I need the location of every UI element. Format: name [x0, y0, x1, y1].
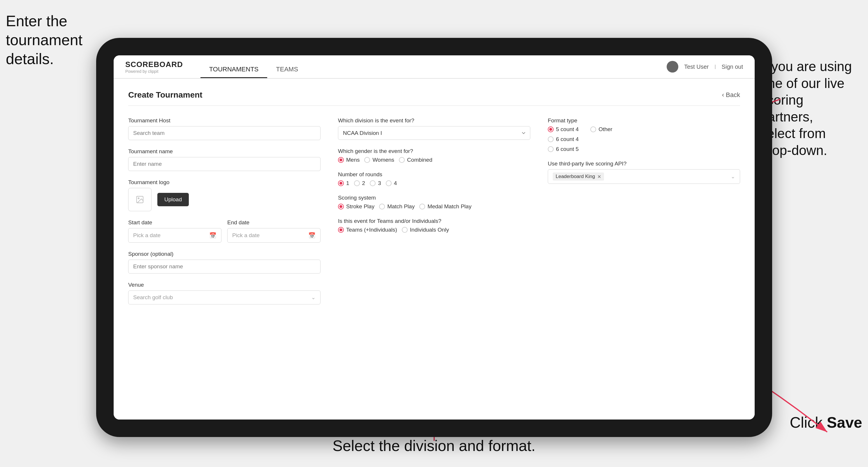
end-date-label: End date	[227, 219, 320, 226]
end-date-input[interactable]: Pick a date 📅	[227, 228, 320, 243]
sponsor-input[interactable]	[128, 259, 320, 274]
venue-placeholder: Search golf club	[133, 294, 173, 301]
event-type-label: Is this event for Teams and/or Individua…	[338, 218, 530, 224]
end-date-placeholder: Pick a date	[232, 232, 259, 239]
calendar-icon-start: 📅	[209, 232, 216, 239]
format-6count5-label: 6 count 5	[556, 146, 579, 152]
logo-text: SCOREBOARD	[125, 60, 183, 69]
format-5count4[interactable]: 5 count 4	[548, 126, 579, 132]
event-type-teams-label: Teams (+Individuals)	[346, 227, 397, 233]
tournament-host-group: Tournament Host	[128, 117, 320, 140]
left-column: Tournament Host Tournament name Tourname…	[128, 117, 320, 305]
rounds-1-label: 1	[346, 180, 349, 186]
gender-combined-radio[interactable]	[399, 157, 405, 163]
rounds-3-label: 3	[378, 180, 381, 186]
format-type-options: 5 count 4 Other 6 count 4	[548, 126, 740, 152]
rounds-2[interactable]: 2	[354, 180, 365, 186]
logo-placeholder	[128, 188, 152, 211]
tournament-logo-group: Tournament logo Upload	[128, 179, 320, 211]
venue-select[interactable]: Search golf club ⌄	[128, 290, 320, 305]
middle-column: Which division is the event for? NCAA Di…	[338, 117, 530, 305]
format-6count4-radio[interactable]	[548, 136, 554, 142]
gender-womens-radio[interactable]	[364, 157, 370, 163]
tournament-host-label: Tournament Host	[128, 117, 320, 124]
format-6count5-radio[interactable]	[548, 146, 554, 152]
rounds-4-radio[interactable]	[386, 180, 392, 186]
tournament-logo-label: Tournament logo	[128, 179, 320, 186]
scoring-stroke-play[interactable]: Stroke Play	[338, 204, 374, 210]
event-type-radio-group: Teams (+Individuals) Individuals Only	[338, 227, 530, 233]
rounds-2-label: 2	[362, 180, 365, 186]
format-type-label: Format type	[548, 117, 740, 124]
click-save-bold: Save	[827, 414, 862, 431]
event-type-group: Is this event for Teams and/or Individua…	[338, 218, 530, 233]
gender-group: Which gender is the event for? Mens Wome…	[338, 148, 530, 163]
event-type-individuals[interactable]: Individuals Only	[402, 227, 449, 233]
gender-mens-label: Mens	[346, 157, 360, 163]
format-5count4-radio[interactable]	[548, 126, 554, 132]
start-date-group: Start date Pick a date 📅	[128, 219, 221, 243]
api-remove-button[interactable]: ✕	[597, 174, 601, 180]
api-group: Use third-party live scoring API? Leader…	[548, 160, 740, 184]
upload-button[interactable]: Upload	[157, 193, 189, 206]
format-other[interactable]: Other	[590, 126, 613, 132]
gender-mens-radio[interactable]	[338, 157, 344, 163]
start-date-label: Start date	[128, 219, 221, 226]
date-fields: Start date Pick a date 📅 End date	[128, 219, 320, 243]
nav-tabs: TOURNAMENTS TEAMS	[200, 55, 307, 78]
logo-upload-area: Upload	[128, 188, 320, 211]
venue-group: Venue Search golf club ⌄	[128, 282, 320, 305]
gender-womens[interactable]: Womens	[364, 157, 394, 163]
form-container: Create Tournament ‹ Back Tournament Host…	[114, 79, 755, 419]
scoring-stroke-radio[interactable]	[338, 204, 344, 210]
division-select[interactable]: NCAA Division I	[338, 126, 530, 140]
rounds-4[interactable]: 4	[386, 180, 397, 186]
format-other-radio[interactable]	[590, 126, 596, 132]
rounds-2-radio[interactable]	[354, 180, 360, 186]
scoring-match-play[interactable]: Match Play	[379, 204, 414, 210]
api-value: Leaderboard King	[556, 174, 595, 180]
event-type-individuals-label: Individuals Only	[410, 227, 449, 233]
api-dropdown-icon: ⌄	[731, 173, 735, 180]
event-type-teams[interactable]: Teams (+Individuals)	[338, 227, 397, 233]
annotation-top-left: Enter the tournament details.	[6, 12, 83, 68]
sign-out-link[interactable]: Sign out	[722, 63, 743, 70]
scoring-medal-match[interactable]: Medal Match Play	[419, 204, 471, 210]
rounds-1-radio[interactable]	[338, 180, 344, 186]
scoring-medal-radio[interactable]	[419, 204, 425, 210]
gender-mens[interactable]: Mens	[338, 157, 360, 163]
division-label: Which division is the event for?	[338, 117, 530, 124]
tournament-host-input[interactable]	[128, 126, 320, 140]
tournament-name-input[interactable]	[128, 157, 320, 171]
back-link[interactable]: ‹ Back	[722, 91, 740, 99]
tablet-frame: SCOREBOARD Powered by clippit TOURNAMENT…	[96, 38, 772, 437]
api-tag: Leaderboard King ✕	[553, 173, 604, 181]
gender-combined[interactable]: Combined	[399, 157, 432, 163]
rounds-radio-group: 1 2 3	[338, 180, 530, 186]
sponsor-group: Sponsor (optional)	[128, 251, 320, 274]
rounds-3-radio[interactable]	[370, 180, 376, 186]
nav-tab-tournaments[interactable]: TOURNAMENTS	[200, 55, 268, 78]
start-date-input[interactable]: Pick a date 📅	[128, 228, 221, 243]
click-save-prefix: Click	[789, 414, 827, 431]
scoring-label: Scoring system	[338, 195, 530, 201]
nav-tab-teams[interactable]: TEAMS	[267, 55, 307, 78]
format-other-label: Other	[598, 126, 613, 132]
annotation-top-right: If you are using one of our live scoring…	[760, 58, 859, 159]
calendar-icon-end: 📅	[308, 232, 315, 239]
scoring-match-label: Match Play	[387, 204, 414, 210]
api-field[interactable]: Leaderboard King ✕ ⌄	[548, 169, 740, 184]
annotation-bottom-right: Click Save	[789, 413, 862, 432]
event-type-teams-radio[interactable]	[338, 227, 344, 233]
tournament-name-label: Tournament name	[128, 148, 320, 155]
svg-point-5	[138, 198, 139, 199]
event-type-individuals-radio[interactable]	[402, 227, 408, 233]
rounds-3[interactable]: 3	[370, 180, 381, 186]
scoring-match-radio[interactable]	[379, 204, 385, 210]
format-6count4[interactable]: 6 count 4	[548, 136, 740, 143]
rounds-1[interactable]: 1	[338, 180, 349, 186]
scoring-medal-label: Medal Match Play	[428, 204, 471, 210]
navbar: SCOREBOARD Powered by clippit TOURNAMENT…	[114, 55, 755, 79]
format-6count5[interactable]: 6 count 5	[548, 146, 740, 152]
annotation-bottom-center: Select the division and format.	[333, 436, 535, 455]
